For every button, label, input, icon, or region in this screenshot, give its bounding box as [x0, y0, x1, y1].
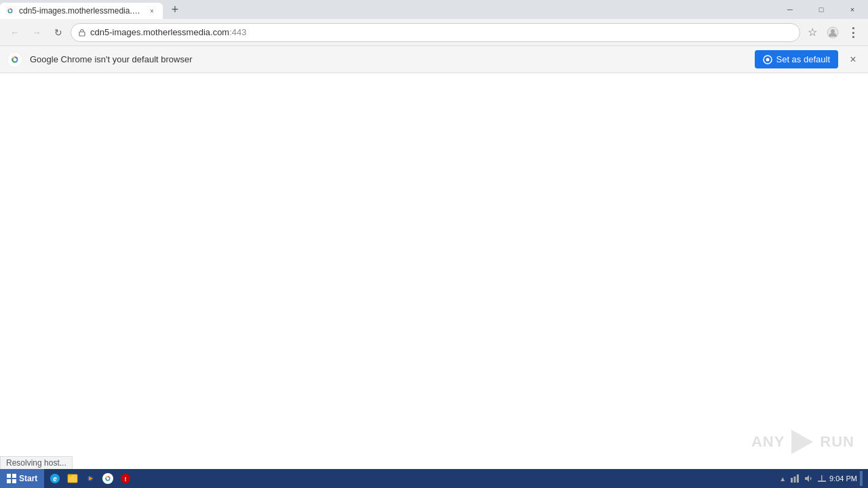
- tab-favicon: [5, 6, 15, 16]
- profile-icon: [827, 26, 839, 39]
- infobar-close-button[interactable]: ×: [845, 52, 861, 68]
- address-text: cdn5-images.motherlessmedia.com:443: [90, 27, 793, 37]
- new-tab-button[interactable]: +: [165, 0, 184, 19]
- menu-button[interactable]: ⋮: [844, 23, 863, 42]
- active-tab[interactable]: cdn5-images.motherlessmedia.com ×: [0, 3, 163, 19]
- start-label: Start: [19, 474, 37, 483]
- watermark-text2: RUN: [820, 433, 854, 451]
- start-button[interactable]: Start: [0, 469, 44, 488]
- start-icon: [7, 474, 16, 483]
- nav-actions: ☆ ⋮: [803, 23, 863, 42]
- svg-point-25: [106, 477, 109, 480]
- svg-rect-15: [12, 479, 16, 483]
- window-controls: ─ □ ×: [774, 0, 868, 19]
- bookmark-button[interactable]: ☆: [803, 23, 822, 42]
- reload-button[interactable]: ↻: [49, 23, 68, 42]
- svg-marker-11: [791, 430, 813, 454]
- set-default-button[interactable]: Set as default: [755, 50, 839, 68]
- tabs-area: cdn5-images.motherlessmedia.com × +: [0, 0, 184, 19]
- minimize-button[interactable]: ─: [774, 0, 806, 19]
- svg-marker-31: [805, 475, 809, 482]
- profile-button[interactable]: [823, 23, 842, 42]
- taskbar-app-icon[interactable]: !: [117, 471, 134, 486]
- svg-text:e: e: [54, 475, 58, 483]
- watermark: ANY RUN: [751, 428, 854, 455]
- watermark-play-icon: [789, 428, 816, 455]
- taskbar-items: e: [44, 469, 136, 488]
- statusbar-text: Resolving host...: [6, 458, 66, 468]
- svg-rect-13: [12, 474, 16, 478]
- watermark-text: ANY: [751, 433, 785, 451]
- svg-point-2: [9, 9, 12, 12]
- taskbar-ie-icon[interactable]: e: [47, 471, 63, 486]
- infobar-message: Google Chrome isn't your default browser: [30, 54, 748, 64]
- network-icon: [790, 474, 800, 483]
- lock-icon: [78, 28, 86, 37]
- back-button[interactable]: ←: [5, 23, 24, 42]
- taskbar: Start e: [0, 469, 868, 488]
- main-content: ANY RUN: [0, 73, 868, 469]
- close-button[interactable]: ×: [837, 0, 868, 19]
- flag-icon: [817, 474, 827, 483]
- infobar: Google Chrome isn't your default browser…: [0, 46, 868, 73]
- tab-title: cdn5-images.motherlessmedia.com: [19, 6, 142, 16]
- titlebar: cdn5-images.motherlessmedia.com × + ─ □ …: [0, 0, 868, 19]
- systray-arrow-icon[interactable]: ▲: [779, 475, 786, 483]
- maximize-button[interactable]: □: [806, 0, 837, 19]
- taskbar-explorer-icon[interactable]: [64, 471, 81, 486]
- back-icon: ←: [10, 27, 20, 38]
- svg-point-8: [14, 58, 17, 61]
- forward-icon: →: [32, 27, 41, 38]
- speaker-icon: [804, 474, 813, 483]
- svg-rect-3: [79, 32, 85, 36]
- svg-rect-33: [821, 475, 823, 482]
- svg-rect-30: [797, 474, 799, 483]
- taskbar-right: ▲ 9:04 PM: [779, 471, 868, 486]
- svg-rect-29: [794, 476, 796, 483]
- clock: 9:04 PM: [829, 474, 857, 483]
- set-default-icon: [763, 55, 772, 64]
- navbar: ← → ↻ cdn5-images.motherlessmedia.com:44…: [0, 19, 868, 46]
- svg-rect-28: [791, 478, 793, 483]
- forward-button[interactable]: →: [27, 23, 46, 42]
- svg-point-10: [766, 58, 769, 61]
- address-bar[interactable]: cdn5-images.motherlessmedia.com:443: [71, 23, 800, 42]
- tab-close-button[interactable]: ×: [146, 5, 157, 16]
- svg-rect-19: [68, 474, 72, 476]
- taskbar-media-icon[interactable]: [82, 471, 98, 486]
- svg-rect-12: [7, 474, 11, 478]
- chrome-logo-icon: [7, 52, 23, 68]
- reload-icon: ↻: [54, 27, 62, 38]
- svg-rect-14: [7, 479, 11, 483]
- svg-text:!: !: [125, 476, 127, 483]
- taskbar-left: Start e: [0, 469, 136, 488]
- statusbar: Resolving host...: [0, 456, 73, 469]
- systray: ▲: [779, 474, 827, 483]
- taskbar-chrome-icon[interactable]: [100, 471, 116, 486]
- show-desktop-button[interactable]: [860, 471, 863, 486]
